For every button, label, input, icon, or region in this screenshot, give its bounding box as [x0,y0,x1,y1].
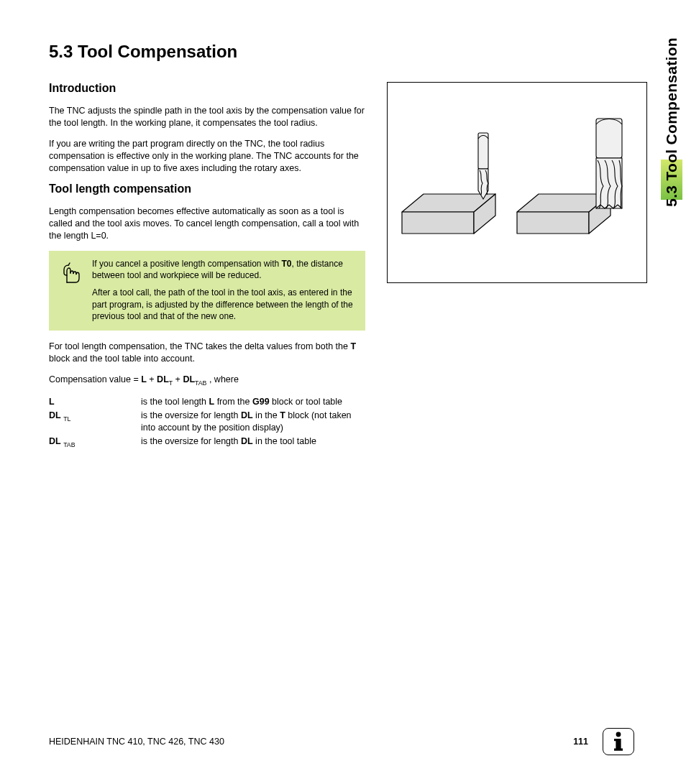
page-footer: HEIDENHAIN TNC 410, TNC 426, TNC 430 111 [49,728,634,755]
note-box: If you cancel a positive length compensa… [49,251,365,331]
intro-heading: Introduction [49,82,365,95]
tlc-para-2: For tool length compensation, the TNC ta… [49,341,365,365]
tlc-heading: Tool length compensation [49,183,365,195]
svg-marker-1 [402,212,474,234]
svg-rect-10 [614,739,618,741]
note-para-2: After a tool call, the path of the tool … [92,287,357,322]
table-row: L is the tool length L from the G99 bloc… [49,396,365,408]
tool-compensation-figure [387,82,647,283]
page-heading: 5.3 Tool Compensation [49,42,634,62]
table-row: DL TL is the oversize for length DL in t… [49,410,365,434]
svg-rect-11 [614,749,623,751]
compensation-equation: Compensation value = L + DLT + DLTAB , w… [49,374,365,387]
hand-point-icon [58,258,82,322]
svg-point-8 [616,732,621,737]
page-number: 111 [573,737,588,747]
svg-marker-5 [517,212,589,234]
intro-para-1: The TNC adjusts the spindle path in the … [49,105,365,129]
info-icon [603,728,634,755]
definitions-table: L is the tool length L from the G99 bloc… [49,396,365,449]
side-tab: 5.3 Tool Compensation [663,37,680,207]
intro-para-2: If you are writing the part program dire… [49,138,365,175]
note-para-1: If you cancel a positive length compensa… [92,258,357,281]
svg-rect-7 [596,119,622,158]
svg-rect-3 [478,133,488,169]
tlc-para-1: Length compensation becomes effective au… [49,206,365,242]
table-row: DL TAB is the oversize for length DL in … [49,435,365,449]
footer-text: HEIDENHAIN TNC 410, TNC 426, TNC 430 [49,737,224,747]
